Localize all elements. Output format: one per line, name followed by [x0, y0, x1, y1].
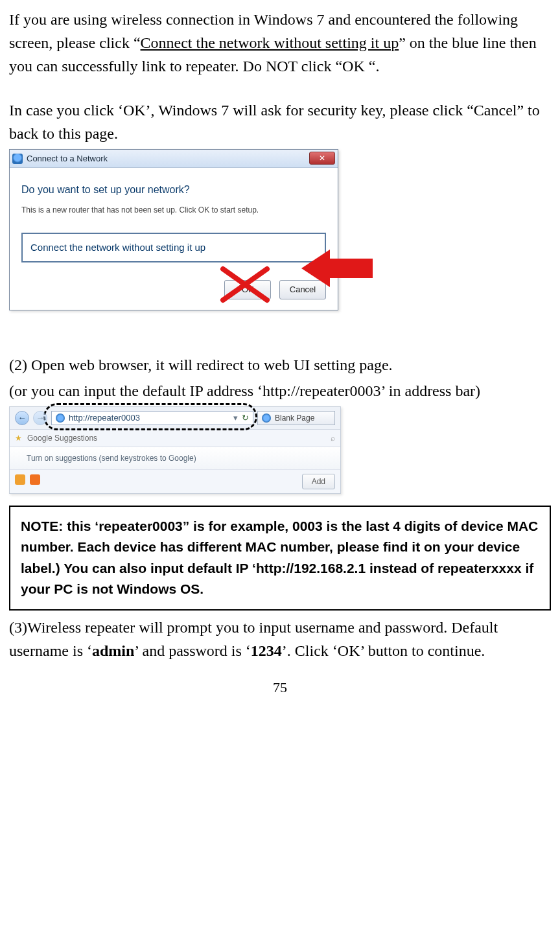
dropdown-icon[interactable]: ▾ — [233, 412, 238, 425]
address-url: http://repeater0003 — [69, 412, 140, 425]
suggestions-header: Google Suggestions — [27, 432, 97, 444]
connect-network-dialog: Connect to a Network ✕ Do you want to se… — [9, 149, 338, 310]
ok-button[interactable]: OK — [224, 280, 271, 299]
search-icon[interactable]: ⌕ — [331, 432, 335, 444]
browser-tab[interactable]: Blank Page — [257, 411, 335, 425]
refresh-icon[interactable]: ↻ — [242, 412, 249, 425]
default-username: admin — [92, 642, 134, 659]
step-2-line-2: (or you can input the default IP address… — [9, 379, 551, 402]
favorites-star-icon[interactable]: ★ — [15, 432, 22, 444]
intro-paragraph-2: In case you click ‘OK’, Windows 7 will a… — [9, 99, 551, 145]
address-bar[interactable]: http://repeater0003 ▾ ↻ — [51, 411, 253, 425]
network-icon — [12, 154, 23, 164]
note-box: NOTE: this ‘repeater0003” is for example… — [9, 506, 551, 611]
nav-back-button[interactable]: ← — [15, 411, 29, 425]
default-password: 1234 — [251, 642, 282, 659]
step3-b: ’ and password is ‘ — [134, 642, 251, 659]
dialog-subtext: This is a new router that has not been s… — [21, 205, 326, 216]
page-number: 75 — [9, 677, 551, 698]
tab-label: Blank Page — [275, 412, 314, 424]
provider-icon-1 — [15, 474, 25, 485]
browser-screenshot: ← → http://repeater0003 ▾ ↻ Blank Page ★… — [9, 406, 341, 494]
intro-paragraph-1: If you are using wireless connection in … — [9, 8, 551, 78]
step3-c: ’. Click ‘OK’ button to continue. — [282, 642, 485, 659]
cancel-button[interactable]: Cancel — [279, 280, 326, 299]
add-button[interactable]: Add — [302, 474, 335, 489]
dialog-heading: Do you want to set up your network? — [21, 182, 326, 198]
suggestion-line[interactable]: Turn on suggestions (send keystrokes to … — [10, 447, 340, 470]
nav-forward-button[interactable]: → — [33, 411, 47, 425]
ie-icon — [56, 413, 65, 423]
step-3-paragraph: (3)Wireless repeater will prompt you to … — [9, 616, 551, 662]
dialog-title: Connect to a Network — [27, 152, 108, 165]
provider-icon-2 — [30, 474, 40, 485]
dialog-titlebar: Connect to a Network ✕ — [10, 150, 338, 168]
ie-tab-icon — [262, 413, 271, 423]
connect-without-setup-link[interactable]: Connect the network without setting it u… — [21, 233, 326, 263]
step-2-line-1: (2) Open web browser, it will redirect t… — [9, 353, 551, 377]
connect-link-inline: Connect the network without setting it u… — [141, 34, 399, 51]
close-button[interactable]: ✕ — [309, 152, 335, 165]
